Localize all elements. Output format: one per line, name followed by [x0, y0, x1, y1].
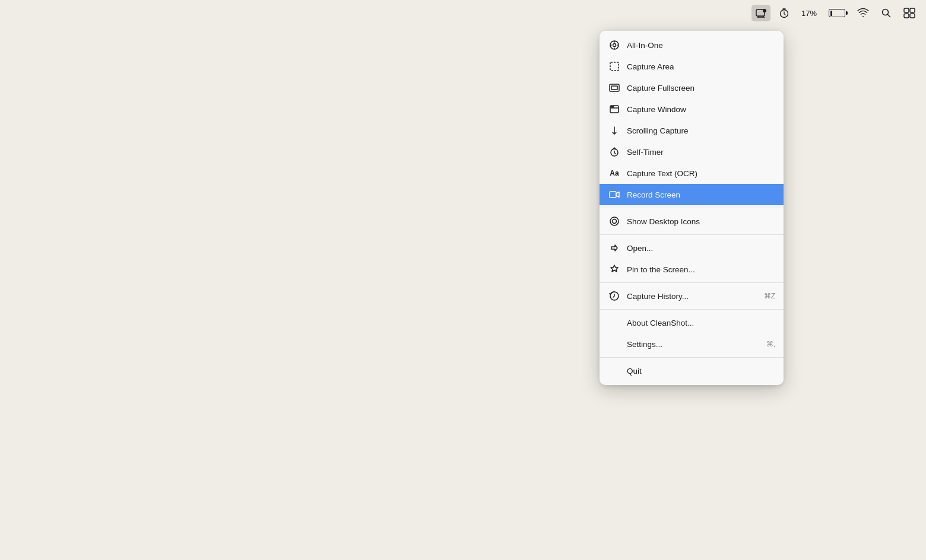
menu-item-capture-area[interactable]: Capture Area [600, 56, 784, 77]
menu-item-settings[interactable]: Settings... ⌘, [600, 333, 784, 355]
about-label: About CleanShot... [627, 319, 775, 327]
svg-rect-14 [610, 62, 619, 71]
show-desktop-icons-label: Show Desktop Icons [627, 217, 775, 226]
svg-point-9 [613, 44, 616, 47]
open-label: Open... [627, 244, 775, 253]
all-in-one-label: All-In-One [627, 41, 775, 50]
svg-point-29 [616, 221, 617, 222]
svg-point-1 [763, 9, 766, 12]
divider-after-record [600, 208, 784, 208]
svg-rect-4 [904, 8, 909, 12]
cleanshot-menubar-icon[interactable] [751, 5, 770, 21]
capture-area-icon [608, 60, 621, 73]
divider-before-history [600, 282, 784, 283]
divider-after-desktop-icons [600, 234, 784, 235]
about-icon [608, 316, 621, 329]
capture-history-icon [608, 289, 621, 303]
scrolling-capture-label: Scrolling Capture [627, 126, 775, 135]
quit-label: Quit [627, 367, 775, 376]
capture-text-label: Capture Text (OCR) [627, 169, 775, 178]
menu-item-self-timer[interactable]: Self-Timer [600, 141, 784, 163]
svg-rect-16 [611, 86, 617, 90]
scrolling-capture-icon [608, 124, 621, 137]
menu-item-quit[interactable]: Quit [600, 360, 784, 381]
svg-rect-7 [910, 14, 915, 18]
svg-rect-6 [904, 14, 909, 18]
menu-item-pin-to-screen[interactable]: Pin to the Screen... [600, 259, 784, 280]
menu-item-record-screen[interactable]: Record Screen [600, 184, 784, 205]
svg-rect-23 [610, 192, 616, 198]
svg-point-28 [612, 221, 613, 222]
battery-menubar-icon[interactable] [825, 7, 849, 20]
menu-item-capture-history[interactable]: Capture History... ⌘Z [600, 285, 784, 307]
capture-window-icon [608, 103, 621, 116]
svg-point-27 [614, 223, 615, 224]
menu-item-open[interactable]: Open... [600, 237, 784, 259]
divider-before-quit [600, 357, 784, 358]
settings-label: Settings... [627, 340, 760, 349]
svg-point-20 [613, 106, 614, 107]
menubar: 17% [0, 0, 926, 26]
open-icon [608, 241, 621, 254]
record-screen-icon [608, 188, 621, 201]
svg-point-19 [611, 106, 613, 107]
menu-item-capture-fullscreen[interactable]: Capture Fullscreen [600, 77, 784, 98]
self-timer-label: Self-Timer [627, 148, 775, 157]
search-menubar-icon[interactable] [877, 5, 895, 21]
wifi-menubar-icon[interactable] [854, 6, 873, 20]
quit-icon [608, 364, 621, 377]
menu-item-all-in-one[interactable]: All-In-One [600, 34, 784, 56]
menu-item-capture-text[interactable]: Aa Capture Text (OCR) [600, 163, 784, 184]
timer-menubar-icon[interactable] [775, 5, 793, 21]
capture-fullscreen-label: Capture Fullscreen [627, 84, 775, 93]
record-screen-label: Record Screen [627, 190, 775, 199]
show-desktop-icons-icon [608, 215, 621, 228]
svg-point-26 [614, 219, 615, 220]
battery-percent-label: 17% [798, 7, 820, 20]
pin-to-screen-icon [608, 263, 621, 276]
svg-point-25 [613, 219, 617, 224]
all-in-one-icon [608, 39, 621, 52]
capture-text-icon: Aa [608, 167, 621, 180]
self-timer-icon [608, 145, 621, 158]
svg-rect-5 [910, 8, 915, 12]
capture-fullscreen-icon [608, 81, 621, 94]
pin-to-screen-label: Pin to the Screen... [627, 265, 775, 274]
svg-point-24 [610, 217, 619, 225]
menu-item-about[interactable]: About CleanShot... [600, 312, 784, 333]
capture-window-label: Capture Window [627, 105, 775, 114]
settings-icon [608, 338, 621, 351]
capture-history-label: Capture History... [627, 292, 758, 301]
divider-before-about [600, 309, 784, 310]
menu-item-capture-window[interactable]: Capture Window [600, 98, 784, 120]
capture-area-label: Capture Area [627, 62, 775, 71]
menu-item-show-desktop-icons[interactable]: Show Desktop Icons [600, 211, 784, 232]
menu-item-scrolling-capture[interactable]: Scrolling Capture [600, 120, 784, 141]
settings-shortcut: ⌘, [766, 340, 775, 348]
cleanshot-dropdown-menu: All-In-One Capture Area Capture Fullscre… [600, 31, 784, 385]
control-center-menubar-icon[interactable] [900, 5, 919, 21]
capture-history-shortcut: ⌘Z [764, 292, 775, 300]
